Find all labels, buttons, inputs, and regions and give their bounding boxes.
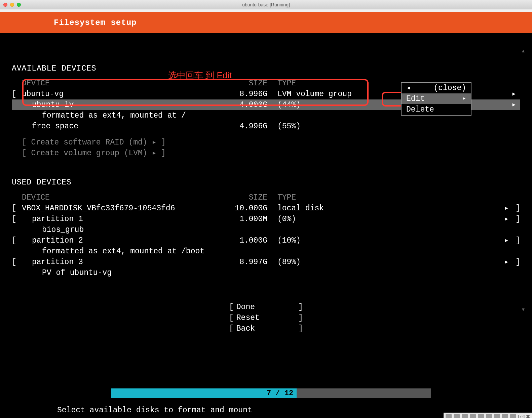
bracket-icon: ] <box>513 203 520 214</box>
progress-bar: 7 / 12 <box>111 388 431 398</box>
device-size: 8.997G <box>224 257 267 267</box>
device-name: partition 2 <box>22 235 224 246</box>
device-type: local disk ▸ <box>267 203 513 214</box>
window-title: ubuntu-base [Running] <box>242 2 290 7</box>
device-name: partition 1 <box>22 214 224 224</box>
bracket-icon: [ <box>12 235 22 246</box>
bracket-icon: ] <box>513 214 520 224</box>
mac-titlebar: ubuntu-base [Running] <box>0 0 532 9</box>
device-row-partition2[interactable]: [ partition 2 1.000G (10%) ▸ ] <box>12 235 520 246</box>
reset-button[interactable]: [ Reset ] <box>229 312 303 323</box>
device-row-vbox-harddisk[interactable]: [ VBOX_HARDDISK_VBfc33f679-10543fd6 10.0… <box>12 203 520 214</box>
device-name: VBOX_HARDDISK_VBfc33f679-10543fd6 <box>22 203 224 214</box>
bracket-icon: [ <box>12 257 22 267</box>
maximize-window-icon[interactable] <box>17 3 21 7</box>
device-detail-row: bios_grub <box>12 224 520 235</box>
create-lvm-button[interactable]: [ Create volume group (LVM) ▸ ] <box>12 148 520 159</box>
minimize-window-icon[interactable] <box>10 3 14 7</box>
col-type-label: TYPE <box>267 78 520 89</box>
col-size-label: SIZE <box>224 192 267 203</box>
submenu-arrow-icon: ▸ <box>462 94 466 103</box>
annotation-text: 选中回车 到 Edit <box>168 69 232 81</box>
used-columns-header: DEVICE SIZE TYPE <box>12 192 520 203</box>
scroll-up-icon: ▴ <box>521 46 525 56</box>
network-icon <box>462 414 468 418</box>
keyboard-capture-icon <box>510 414 516 418</box>
create-raid-button[interactable]: [ Create software RAID (md) ▸ ] <box>12 137 520 148</box>
device-name: free space <box>22 121 224 132</box>
device-type: (89%) ▸ <box>267 257 513 267</box>
device-name: ubuntu-vg <box>22 89 224 99</box>
device-type: (55%) <box>267 121 520 132</box>
page-title: Filesystem setup <box>54 18 137 27</box>
device-name: partition 3 <box>22 257 224 267</box>
col-device-label: DEVICE <box>22 192 224 203</box>
device-detail: PV of ubuntu-vg <box>22 267 224 278</box>
menu-edit-button[interactable]: Edit ▸ <box>402 93 471 104</box>
host-key-label: Left ⌘ <box>518 414 530 418</box>
context-menu: (close) Edit ▸ Delete <box>401 82 471 116</box>
device-type: LVM volume group ▸ <box>267 89 520 99</box>
content-area: ▴ ▾ 选中回车 到 Edit AVAILABLE DEVICES DEVICE… <box>0 33 532 334</box>
expand-arrow-icon: ▸ <box>511 89 520 99</box>
device-size: 1.000G <box>224 235 267 246</box>
hint-text: Select available disks to format and mou… <box>57 406 252 415</box>
hdd-icon <box>446 414 452 418</box>
close-window-icon[interactable] <box>3 3 7 7</box>
bracket-icon: [ <box>12 214 22 224</box>
usb-icon <box>470 414 476 418</box>
bracket-icon: [ <box>12 89 22 99</box>
menu-delete-button[interactable]: Delete <box>402 104 471 115</box>
device-detail: formatted as ext4, mounted at / <box>22 110 224 121</box>
cpu-icon <box>502 414 508 418</box>
display-icon <box>486 414 492 418</box>
scroll-down-icon: ▾ <box>521 305 525 315</box>
device-detail: bios_grub <box>22 224 224 235</box>
col-type-label: TYPE <box>267 192 520 203</box>
device-detail-row: formatted as ext4, mounted at /boot <box>12 246 520 257</box>
expand-arrow-icon: ▸ <box>504 235 513 246</box>
device-size: 8.996G <box>224 89 267 99</box>
vm-status-bar: Left ⌘ <box>444 413 532 418</box>
progress-empty <box>297 388 431 398</box>
expand-arrow-icon: ▸ <box>504 203 513 214</box>
device-size: 4.000G <box>224 99 267 110</box>
device-type: (44%) ▸ <box>267 99 520 110</box>
optical-icon <box>454 414 460 418</box>
device-type: (0%) ▸ <box>267 214 513 224</box>
device-detail: formatted as ext4, mounted at /boot <box>22 246 224 257</box>
back-button[interactable]: [ Back ] <box>229 323 303 334</box>
shared-folder-icon <box>478 414 484 418</box>
device-row-partition1[interactable]: [ partition 1 1.000M (0%) ▸ ] <box>12 214 520 224</box>
footer-buttons: [ Done ] [ Reset ] [ Back ] <box>12 302 520 334</box>
device-row-partition3[interactable]: [ partition 3 8.997G (89%) ▸ ] <box>12 257 520 267</box>
bracket-icon: ] <box>513 235 520 246</box>
available-devices-title: AVAILABLE DEVICES <box>12 63 520 74</box>
device-detail-row: PV of ubuntu-vg <box>12 267 520 278</box>
vm-window: Filesystem setup ▴ ▾ 选中回车 到 Edit AVAILAB… <box>0 12 532 418</box>
used-devices-title: USED DEVICES <box>12 177 520 188</box>
menu-close-button[interactable]: (close) <box>402 83 471 93</box>
bracket-icon: ] <box>513 257 520 267</box>
done-button[interactable]: [ Done ] <box>229 302 303 312</box>
device-size: 10.000G <box>224 203 267 214</box>
device-size: 4.996G <box>224 121 267 132</box>
expand-arrow-icon: ▸ <box>504 257 513 267</box>
device-type: (10%) ▸ <box>267 235 513 246</box>
recording-icon <box>494 414 500 418</box>
device-row-free-space[interactable]: free space 4.996G (55%) <box>12 121 520 132</box>
traffic-lights <box>3 3 21 7</box>
expand-arrow-icon: ▸ <box>511 99 520 110</box>
device-size: 1.000M <box>224 214 267 224</box>
device-name: ubuntu-lv <box>22 99 224 110</box>
progress-label: 7 / 12 <box>111 388 297 398</box>
expand-arrow-icon: ▸ <box>504 214 513 224</box>
header-bar: Filesystem setup <box>0 12 532 33</box>
bracket-icon: [ <box>12 203 22 214</box>
